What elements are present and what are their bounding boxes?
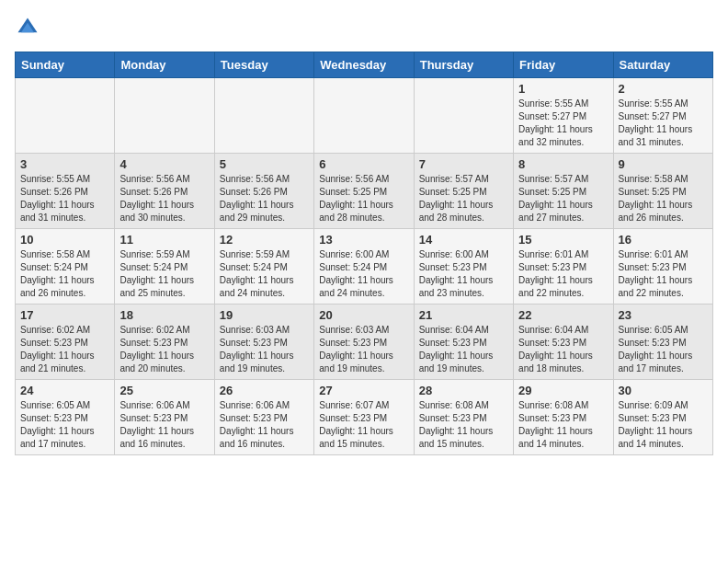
day-number: 18 — [119, 308, 209, 322]
week-row-3: 10Sunrise: 5:58 AM Sunset: 5:24 PM Dayli… — [16, 229, 713, 304]
day-number: 22 — [518, 308, 608, 322]
calendar-cell: 3Sunrise: 5:55 AM Sunset: 5:26 PM Daylig… — [16, 154, 115, 229]
calendar-cell: 15Sunrise: 6:01 AM Sunset: 5:23 PM Dayli… — [514, 229, 613, 304]
calendar-cell: 9Sunrise: 5:58 AM Sunset: 5:25 PM Daylig… — [613, 154, 712, 229]
day-number: 21 — [419, 308, 508, 322]
calendar-cell: 14Sunrise: 6:00 AM Sunset: 5:23 PM Dayli… — [414, 229, 513, 304]
page-header — [15, 15, 713, 40]
day-number: 3 — [20, 157, 109, 171]
calendar-cell: 24Sunrise: 6:05 AM Sunset: 5:23 PM Dayli… — [16, 380, 115, 455]
day-info: Sunrise: 6:04 AM Sunset: 5:23 PM Dayligh… — [518, 324, 608, 375]
calendar-cell: 23Sunrise: 6:05 AM Sunset: 5:23 PM Dayli… — [613, 304, 712, 380]
day-number: 7 — [419, 157, 508, 171]
day-info: Sunrise: 6:03 AM Sunset: 5:23 PM Dayligh… — [220, 324, 309, 375]
day-number: 16 — [619, 233, 708, 247]
calendar-header-row: SundayMondayTuesdayWednesdayThursdayFrid… — [16, 52, 713, 78]
day-info: Sunrise: 6:09 AM Sunset: 5:23 PM Dayligh… — [619, 399, 708, 451]
calendar-cell: 30Sunrise: 6:09 AM Sunset: 5:23 PM Dayli… — [613, 380, 712, 455]
day-number: 28 — [419, 384, 508, 397]
calendar-cell: 2Sunrise: 5:55 AM Sunset: 5:27 PM Daylig… — [613, 78, 712, 154]
day-number: 10 — [20, 233, 109, 247]
calendar-cell — [16, 78, 115, 154]
day-info: Sunrise: 6:03 AM Sunset: 5:23 PM Dayligh… — [319, 324, 408, 375]
day-info: Sunrise: 6:00 AM Sunset: 5:24 PM Dayligh… — [319, 248, 408, 300]
day-number: 14 — [419, 233, 508, 247]
header-tuesday: Tuesday — [214, 52, 313, 78]
day-info: Sunrise: 6:08 AM Sunset: 5:23 PM Dayligh… — [518, 399, 608, 451]
day-info: Sunrise: 5:56 AM Sunset: 5:25 PM Dayligh… — [319, 173, 408, 224]
day-number: 30 — [619, 384, 708, 397]
day-info: Sunrise: 6:05 AM Sunset: 5:23 PM Dayligh… — [20, 399, 109, 451]
calendar-cell: 12Sunrise: 5:59 AM Sunset: 5:24 PM Dayli… — [214, 229, 313, 304]
calendar-cell: 13Sunrise: 6:00 AM Sunset: 5:24 PM Dayli… — [314, 229, 414, 304]
header-thursday: Thursday — [414, 52, 513, 78]
calendar-cell: 22Sunrise: 6:04 AM Sunset: 5:23 PM Dayli… — [514, 304, 613, 380]
day-number: 24 — [20, 384, 109, 397]
day-info: Sunrise: 6:07 AM Sunset: 5:23 PM Dayligh… — [319, 399, 408, 451]
day-number: 5 — [220, 157, 309, 171]
calendar-cell: 10Sunrise: 5:58 AM Sunset: 5:24 PM Dayli… — [16, 229, 115, 304]
calendar-cell: 18Sunrise: 6:02 AM Sunset: 5:23 PM Dayli… — [115, 304, 214, 380]
calendar-cell: 20Sunrise: 6:03 AM Sunset: 5:23 PM Dayli… — [314, 304, 414, 380]
day-number: 25 — [119, 384, 209, 397]
day-info: Sunrise: 6:00 AM Sunset: 5:23 PM Dayligh… — [419, 248, 508, 300]
day-number: 9 — [619, 157, 708, 171]
header-monday: Monday — [115, 52, 214, 78]
day-number: 8 — [518, 157, 608, 171]
calendar-cell: 29Sunrise: 6:08 AM Sunset: 5:23 PM Dayli… — [514, 380, 613, 455]
calendar-cell — [314, 78, 414, 154]
day-number: 12 — [220, 233, 309, 247]
calendar-cell: 21Sunrise: 6:04 AM Sunset: 5:23 PM Dayli… — [414, 304, 513, 380]
day-info: Sunrise: 6:06 AM Sunset: 5:23 PM Dayligh… — [119, 399, 209, 451]
day-info: Sunrise: 6:01 AM Sunset: 5:23 PM Dayligh… — [518, 248, 608, 300]
calendar-cell: 1Sunrise: 5:55 AM Sunset: 5:27 PM Daylig… — [514, 78, 613, 154]
day-info: Sunrise: 6:02 AM Sunset: 5:23 PM Dayligh… — [20, 324, 109, 375]
day-number: 1 — [518, 82, 608, 96]
header-friday: Friday — [514, 52, 613, 78]
calendar-cell: 8Sunrise: 5:57 AM Sunset: 5:25 PM Daylig… — [514, 154, 613, 229]
calendar-cell — [115, 78, 214, 154]
header-sunday: Sunday — [16, 52, 115, 78]
day-info: Sunrise: 6:05 AM Sunset: 5:23 PM Dayligh… — [619, 324, 708, 375]
day-number: 13 — [319, 233, 408, 247]
day-number: 6 — [319, 157, 408, 171]
day-number: 19 — [220, 308, 309, 322]
logo — [15, 15, 44, 40]
calendar-cell: 11Sunrise: 5:59 AM Sunset: 5:24 PM Dayli… — [115, 229, 214, 304]
day-info: Sunrise: 5:55 AM Sunset: 5:26 PM Dayligh… — [20, 173, 109, 224]
week-row-1: 1Sunrise: 5:55 AM Sunset: 5:27 PM Daylig… — [16, 78, 713, 154]
calendar-cell: 27Sunrise: 6:07 AM Sunset: 5:23 PM Dayli… — [314, 380, 414, 455]
calendar-cell: 16Sunrise: 6:01 AM Sunset: 5:23 PM Dayli… — [613, 229, 712, 304]
week-row-2: 3Sunrise: 5:55 AM Sunset: 5:26 PM Daylig… — [16, 154, 713, 229]
logo-icon — [15, 15, 40, 40]
day-info: Sunrise: 6:04 AM Sunset: 5:23 PM Dayligh… — [419, 324, 508, 375]
day-number: 26 — [220, 384, 309, 397]
day-info: Sunrise: 5:59 AM Sunset: 5:24 PM Dayligh… — [220, 248, 309, 300]
calendar-cell: 25Sunrise: 6:06 AM Sunset: 5:23 PM Dayli… — [115, 380, 214, 455]
day-number: 2 — [619, 82, 708, 96]
day-info: Sunrise: 5:57 AM Sunset: 5:25 PM Dayligh… — [518, 173, 608, 224]
header-saturday: Saturday — [613, 52, 712, 78]
day-info: Sunrise: 5:58 AM Sunset: 5:24 PM Dayligh… — [20, 248, 109, 300]
calendar-cell: 28Sunrise: 6:08 AM Sunset: 5:23 PM Dayli… — [414, 380, 513, 455]
day-number: 29 — [518, 384, 608, 397]
day-info: Sunrise: 6:02 AM Sunset: 5:23 PM Dayligh… — [119, 324, 209, 375]
day-info: Sunrise: 5:55 AM Sunset: 5:27 PM Dayligh… — [619, 98, 708, 149]
day-number: 23 — [619, 308, 708, 322]
day-info: Sunrise: 5:58 AM Sunset: 5:25 PM Dayligh… — [619, 173, 708, 224]
day-info: Sunrise: 5:56 AM Sunset: 5:26 PM Dayligh… — [119, 173, 209, 224]
calendar-table: SundayMondayTuesdayWednesdayThursdayFrid… — [15, 52, 713, 455]
calendar-cell: 17Sunrise: 6:02 AM Sunset: 5:23 PM Dayli… — [16, 304, 115, 380]
calendar-cell: 7Sunrise: 5:57 AM Sunset: 5:25 PM Daylig… — [414, 154, 513, 229]
day-number: 17 — [20, 308, 109, 322]
day-number: 4 — [119, 157, 209, 171]
calendar-cell: 26Sunrise: 6:06 AM Sunset: 5:23 PM Dayli… — [214, 380, 313, 455]
day-info: Sunrise: 5:57 AM Sunset: 5:25 PM Dayligh… — [419, 173, 508, 224]
day-number: 15 — [518, 233, 608, 247]
day-number: 11 — [119, 233, 209, 247]
calendar-cell: 19Sunrise: 6:03 AM Sunset: 5:23 PM Dayli… — [214, 304, 313, 380]
header-wednesday: Wednesday — [314, 52, 414, 78]
calendar-cell: 5Sunrise: 5:56 AM Sunset: 5:26 PM Daylig… — [214, 154, 313, 229]
day-number: 27 — [319, 384, 408, 397]
calendar-cell — [214, 78, 313, 154]
